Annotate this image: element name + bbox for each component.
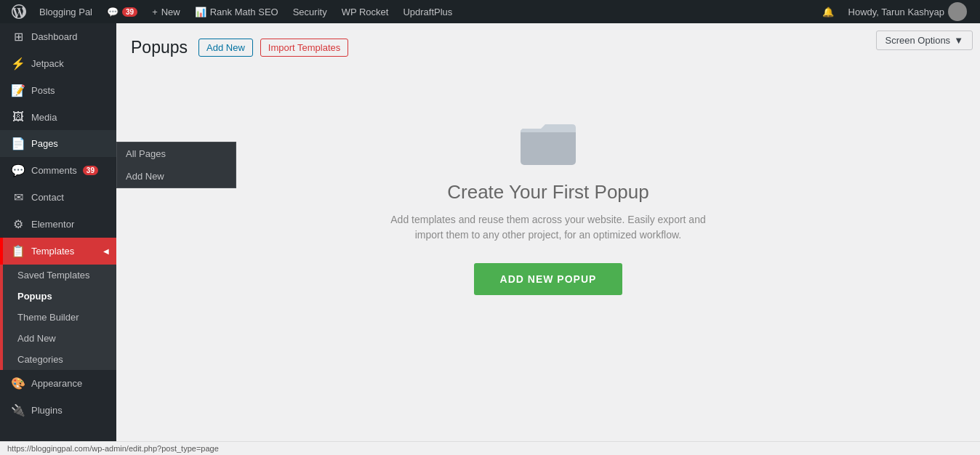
comments-count-badge: 39 [83,166,98,175]
comments-badge: 39 [122,7,137,17]
add-new-button[interactable]: Add New [198,39,253,57]
empty-state: Create Your First Popup Add templates an… [131,72,965,339]
empty-state-description: Add templates and reuse them across your… [385,212,712,243]
sidebar-item-elementor[interactable]: ⚙ Elementor [0,211,116,238]
page-header: Popups Add New Import Templates [131,38,965,57]
security[interactable]: Security [286,0,334,23]
plus-icon: + [152,7,158,17]
sidebar-item-contact[interactable]: ✉ Contact [0,184,116,211]
submenu-add-new[interactable]: Add New [3,328,116,349]
folder-icon [519,116,577,166]
status-bar: https://bloggingpal.com/wp-admin/edit.ph… [0,441,980,455]
pages-submenu-all-pages[interactable]: All Pages [117,142,236,165]
comments-link[interactable]: 💬 39 [100,0,145,23]
submenu-saved-templates[interactable]: Saved Templates [3,265,116,286]
empty-state-title: Create Your First Popup [447,181,649,204]
dashboard-icon: ⊞ [11,30,25,44]
site-name[interactable]: Blogging Pal [32,0,100,23]
bell-icon: 🔔 [822,7,834,17]
sidebar-item-comments[interactable]: 💬 Comments 39 [0,157,116,184]
status-url: https://bloggingpal.com/wp-admin/edit.ph… [7,444,219,453]
appearance-icon: 🎨 [11,377,25,390]
submenu-theme-builder[interactable]: Theme Builder [3,307,116,328]
new-content[interactable]: + New [145,0,188,23]
page-title: Popups [131,38,188,57]
rank-math-seo[interactable]: 📊 Rank Math SEO [188,0,286,23]
submenu-popups[interactable]: Popups [3,286,116,307]
main-content: Screen Options ▼ Popups Add New Import T… [116,23,980,441]
svg-rect-0 [521,129,576,165]
wp-logo[interactable] [6,0,32,23]
pages-submenu-add-new[interactable]: Add New [117,165,236,188]
templates-arrow-icon: ◀ [103,247,109,255]
pages-icon: 📄 [11,137,25,150]
notifications[interactable]: 🔔 [815,0,841,23]
comments-icon: 💬 [11,164,25,177]
chevron-down-icon: ▼ [954,35,963,46]
screen-options-button[interactable]: Screen Options ▼ [876,31,973,50]
templates-submenu: Saved Templates Popups Theme Builder Add… [0,265,116,370]
sidebar-item-templates[interactable]: 📋 Templates ◀ [0,238,116,265]
pages-submenu: All Pages Add New [116,142,236,188]
sidebar-item-media[interactable]: 🖼 Media [0,104,116,130]
updraftplus[interactable]: UpdraftPlus [395,0,459,23]
jetpack-icon: ⚡ [11,57,25,71]
media-icon: 🖼 [11,110,25,124]
plugins-icon: 🔌 [11,403,25,417]
sidebar-item-dashboard[interactable]: ⊞ Dashboard [0,23,116,50]
sidebar-item-pages[interactable]: 📄 Pages [0,130,116,157]
import-templates-button[interactable]: Import Templates [260,39,348,57]
templates-icon: 📋 [11,244,25,258]
wp-rocket[interactable]: WP Rocket [334,0,396,23]
admin-bar: Blogging Pal 💬 39 + New 📊 Rank Math SEO … [0,0,980,23]
elementor-icon: ⚙ [11,217,25,231]
avatar [948,2,967,21]
add-new-popup-button[interactable]: ADD NEW POPUP [474,263,623,295]
sidebar-item-appearance[interactable]: 🎨 Appearance [0,370,116,397]
sidebar-item-posts[interactable]: 📝 Posts [0,77,116,104]
contact-icon: ✉ [11,190,25,204]
comment-icon: 💬 [107,7,119,17]
sidebar-item-plugins[interactable]: 🔌 Plugins [0,397,116,424]
user-menu[interactable]: Howdy, Tarun Kashyap [841,0,974,23]
submenu-categories[interactable]: Categories [3,349,116,370]
sidebar-item-jetpack[interactable]: ⚡ Jetpack [0,50,116,77]
rank-math-icon: 📊 [195,7,206,17]
sidebar: ⊞ Dashboard ⚡ Jetpack 📝 Posts 🖼 Media 📄 … [0,23,116,441]
posts-icon: 📝 [11,84,25,97]
